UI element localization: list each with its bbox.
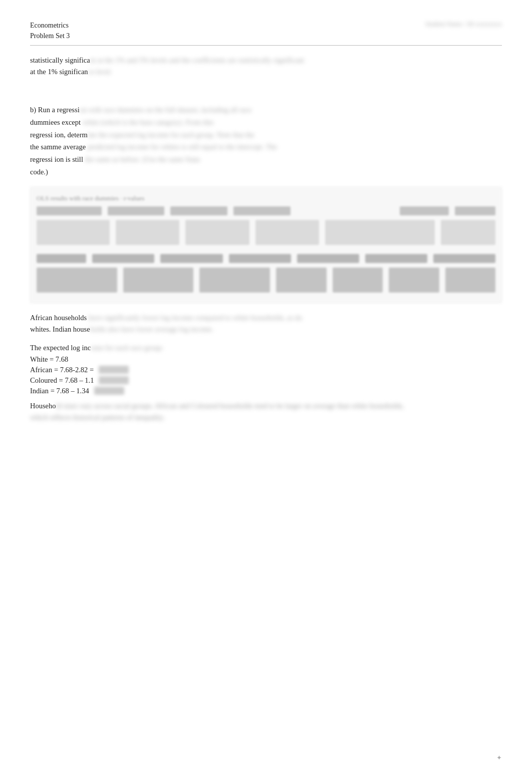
coloured-calc-result: [99, 376, 129, 384]
stat-sig-prefix: statistically significa: [30, 56, 90, 64]
reg-table-row-3: [37, 254, 495, 265]
african-intro-section: African households have significantly lo…: [30, 312, 502, 335]
part-b-blurred4: predicted log income for whites is still…: [86, 143, 277, 151]
reg-table-row-2: [37, 220, 495, 245]
white-value: White = 7.68: [30, 355, 68, 364]
african-line2-blurred: holds also have lower average log income…: [90, 325, 214, 333]
african-calc-result: [99, 366, 129, 374]
part-b-blurred2: white (which is the base category). From…: [81, 118, 213, 126]
household-section: Household sizes vary across racial group…: [30, 400, 502, 423]
problem-set-label: Problem Set 3: [30, 31, 70, 41]
african-calc-label: African = 7.68-2.82 =: [30, 366, 94, 374]
part-b-line5: regressi ion is still: [30, 155, 83, 163]
header: Econometrics Problem Set 3 Student Name …: [30, 20, 502, 46]
coloured-line: Coloured = 7.68 – 1.1: [30, 376, 502, 385]
header-right: Student Name / ID xxxxxxxx: [425, 20, 502, 28]
african-line: African = 7.68-2.82 =: [30, 366, 502, 374]
reg-table-row-1: [37, 206, 495, 217]
part-b-blurred3: ine the expected log income for each gro…: [88, 131, 254, 139]
reg-table-title: OLS results with race dummies · r-values: [37, 194, 495, 202]
white-line: White = 7.68: [30, 355, 502, 364]
stat-sig-line2-prefix: at the 1% significan: [30, 68, 88, 76]
stat-sig-section: statistically significant at the 1% and …: [30, 55, 502, 78]
household-blurred: ld sizes vary across racial groups. Afri…: [30, 402, 404, 421]
coloured-calc-label: Coloured = 7.68 – 1.1: [30, 376, 94, 385]
stat-sig-line2-blurred: ce level.: [88, 68, 112, 76]
indian-line: Indian = 7.68 – 1.34: [30, 387, 502, 395]
part-b-label: b) Run a regressi: [30, 106, 80, 114]
african-line2-prefix: whites. Indian house: [30, 325, 90, 333]
part-b-line2: dummiees except: [30, 118, 81, 126]
student-id-blurred: Student Name / ID xxxxxxxx: [425, 20, 502, 28]
page-number: ✦: [496, 754, 502, 762]
household-prefix: Househo: [30, 402, 56, 410]
part-b-blurred1: on with race dummies on the full dataset…: [80, 106, 251, 114]
expected-log-blurred: ome for each race group:: [91, 344, 163, 352]
african-blurred: have significantly lower log income comp…: [87, 314, 302, 322]
course-title: Econometrics: [30, 20, 70, 31]
expected-log-prefix: The expected log inc: [30, 344, 91, 352]
part-b-blurred5: the same as before. (Use the same Stata: [83, 155, 200, 163]
part-b-line4: the samme average: [30, 143, 86, 151]
page: Econometrics Problem Set 3 Student Name …: [0, 0, 532, 782]
indian-calc-result: [94, 387, 124, 395]
page-number-symbol: ✦: [496, 754, 502, 761]
regression-table-area: OLS results with race dummies · r-values: [30, 187, 502, 303]
expected-log-section: The expected log income for each race gr…: [30, 344, 502, 352]
indian-calc-label: Indian = 7.68 – 1.34: [30, 387, 89, 395]
part-b-line6: code.): [30, 168, 48, 176]
african-prefix: African households: [30, 314, 87, 322]
part-b-line3: regressi ion, determ: [30, 131, 88, 139]
part-b-section: b) Run a regression with race dummies on…: [30, 104, 502, 178]
header-left: Econometrics Problem Set 3: [30, 20, 70, 41]
reg-table-row-4: [37, 268, 495, 293]
stat-sig-blurred: nt at the 1% and 5% levels and the coeff…: [90, 56, 304, 64]
